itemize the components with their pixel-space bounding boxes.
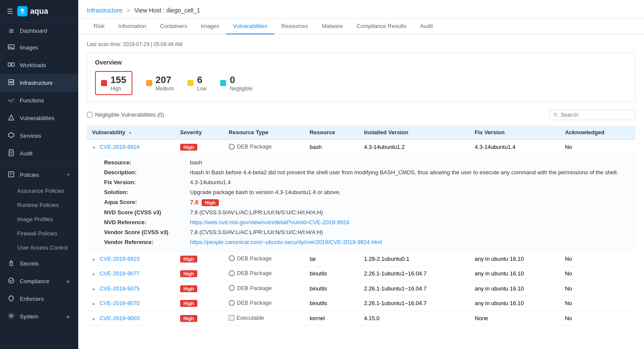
tab-audit[interactable]: Audit [413,19,440,34]
severity-badge: High [180,315,197,322]
breadcrumb-separator: > [126,7,132,14]
sidebar-item-dashboard[interactable]: ⊞ Dashboard [0,23,78,39]
negligible-filter-checkbox[interactable] [87,112,92,117]
compliance-arrow-icon: ▶ [67,279,71,284]
stat-negligible[interactable]: 0 Negligible [220,71,252,95]
sidebar-item-runtime-policies[interactable]: Runtime Policies [0,198,78,212]
sidebar-item-label: Images [20,44,71,51]
tab-malware[interactable]: Malware [315,19,350,34]
svg-text:!: ! [11,117,12,120]
table-row[interactable]: CVE-2019-9003 High Executable kernel 4.1… [87,311,635,325]
negligible-dot [220,80,226,86]
stat-low[interactable]: 6 Low [187,71,206,95]
tab-compliance-results[interactable]: Compliance Results [350,19,414,34]
col-resource: Resource [304,125,359,140]
fix-version-cell: any in ubuntu 16.10 [469,266,560,281]
medium-dot [146,80,152,86]
nvd-reference-link[interactable]: https://web.nvd.nist.gov/view/vuln/detai… [190,219,627,225]
col-installed-version: Installed Version [359,125,470,140]
search-box[interactable] [549,109,635,120]
cve-link[interactable]: CVE-2019-9924 [100,144,140,150]
search-input[interactable] [561,111,632,118]
stat-high[interactable]: 155 High [95,71,132,95]
sidebar-item-functions[interactable]: </> Functions [0,92,78,109]
sidebar-item-system[interactable]: System ▶ [0,308,78,325]
fix-version-cell: any in ubuntu 16.10 [469,296,560,311]
sidebar: ☰ aqua ⊞ Dashboard Images Workloads In [0,0,78,349]
sidebar-item-label: Functions [20,97,71,104]
sidebar-item-services[interactable]: Services [0,127,78,145]
sidebar-item-secrets[interactable]: Secrets [0,255,78,272]
tab-resources[interactable]: Resources [274,19,315,34]
sidebar-item-images[interactable]: Images [0,39,78,56]
table-row[interactable]: CVE-2019-9070 High DEB Package binutils … [87,296,635,311]
expanded-detail-row: Resource: bash Description: rbash in Bas… [87,154,635,251]
resource-cell: binutils [304,296,359,311]
policies-icon [8,171,15,179]
sidebar-item-audit[interactable]: Audit [0,145,78,162]
tab-containers[interactable]: Containers [153,19,194,34]
sidebar-item-firewall-policies[interactable]: Firewall Policies [0,226,78,241]
sidebar-item-assurance-policies[interactable]: Assurance Policies [0,184,78,198]
installed-version-cell: 2.26.1-1ubuntu1~16.04.7 [359,281,470,296]
installed-version-cell: 4.15.0 [359,311,470,325]
resource-cell: binutils [304,281,359,296]
col-fix-version: Fix Version [469,125,560,140]
hamburger-icon[interactable]: ☰ [7,7,13,15]
sidebar-item-compliance[interactable]: Compliance ▶ [0,272,78,290]
stat-medium[interactable]: 207 Medium [146,71,174,95]
cve-link[interactable]: CVE-2019-9003 [100,315,140,321]
svg-rect-6 [8,63,11,66]
fix-version-cell: 4.3-14ubuntu1.4 [469,140,560,155]
svg-text:</>: </> [8,98,15,103]
deb-package-icon: DEB Package [229,270,272,276]
cve-link[interactable]: CVE-2019-9077 [100,270,140,277]
col-vulnerability[interactable]: Vulnerability ▼ [87,125,175,140]
overview-card: Overview 155 High 207 Medium [87,53,635,102]
vendor-reference-link[interactable]: https://people.canonical.com/~ubuntu-sec… [190,239,627,245]
sidebar-item-label: Infrastructure [20,80,71,86]
col-resource-type: Resource Type [224,125,304,140]
table-row[interactable]: CVE-2019-9077 High DEB Package binutils … [87,266,635,281]
secrets-icon [8,259,15,268]
sidebar-item-label: Enforcers [20,296,71,302]
sidebar-item-workloads[interactable]: Workloads [0,56,78,74]
cve-link[interactable]: CVE-2019-9070 [100,300,140,306]
table-row[interactable]: CVE-2019-9075 High DEB Package binutils … [87,281,635,296]
sidebar-item-label: Audit [20,150,71,157]
tab-vulnerabilities[interactable]: Vulnerabilities [226,19,274,34]
breadcrumb: Infrastructure > View Host : diego_cell_… [78,0,644,19]
svg-marker-14 [9,133,14,138]
table-row[interactable]: CVE-2019-9923 High DEB Package tar 1.28-… [87,251,635,266]
sidebar-item-vulnerabilities[interactable]: ! Vulnerabilities [0,109,78,127]
cve-link[interactable]: CVE-2019-9923 [100,256,140,262]
tab-images[interactable]: Images [194,19,226,34]
sidebar-item-policies[interactable]: Policies ▼ [0,166,78,184]
resource-cell: bash [304,140,359,155]
fix-version-cell: any in ubuntu 16.10 [469,251,560,266]
runtime-policies-label: Runtime Policies [17,202,59,208]
cve-link[interactable]: CVE-2019-9075 [100,285,140,292]
table-row[interactable]: CVE-2019-9924 High DEB Package bash 4.3-… [87,140,635,155]
svg-rect-17 [10,263,12,266]
breadcrumb-current: View Host : diego_cell_1 [134,7,200,14]
chevron-down-icon [92,144,96,150]
system-arrow-icon: ▶ [67,314,71,319]
sidebar-item-image-profiles[interactable]: Image Profiles [0,212,78,226]
infrastructure-icon [8,79,15,87]
tab-risk[interactable]: Risk [87,19,111,34]
negligible-filter-label[interactable]: Negligible Vulnerabilities (0) [87,111,164,118]
sidebar-item-user-access-control[interactable]: User Access Control [0,241,78,255]
filter-row: Negligible Vulnerabilities (0) [87,109,635,120]
tab-information[interactable]: Information [111,19,153,34]
search-icon [553,112,558,117]
sidebar-item-infrastructure[interactable]: Infrastructure [0,74,78,92]
resource-label: Resource: [104,159,190,166]
solution-label: Solution: [104,189,190,195]
aqua-score-badge: High [202,199,219,206]
breadcrumb-parent-link[interactable]: Infrastructure [87,7,122,14]
severity-badge: High [180,144,197,151]
svg-point-11 [13,83,14,84]
sidebar-item-enforcers[interactable]: Enforcers [0,290,78,308]
functions-icon: </> [8,96,15,105]
